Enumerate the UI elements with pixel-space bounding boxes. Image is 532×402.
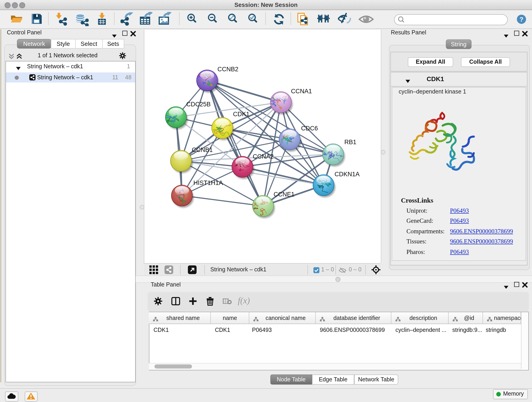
svg-text:CDC25B: CDC25B [186,101,211,108]
svg-text:CDC6: CDC6 [301,125,318,132]
svg-text:CDK1: CDK1 [233,111,249,118]
svg-text:RB1: RB1 [344,139,356,146]
svg-text:CCNE1: CCNE1 [273,191,295,198]
svg-text:CDKN1A: CDKN1A [335,171,360,178]
svg-text:CCNA2: CCNA2 [253,153,274,160]
svg-text:HIST1H1A: HIST1H1A [193,179,223,186]
svg-text:CCNB1: CCNB1 [192,147,213,153]
svg-text:CCNA1: CCNA1 [291,88,312,95]
svg-text:CCNB2: CCNB2 [217,66,239,73]
svg-text:?: ? [519,16,523,23]
